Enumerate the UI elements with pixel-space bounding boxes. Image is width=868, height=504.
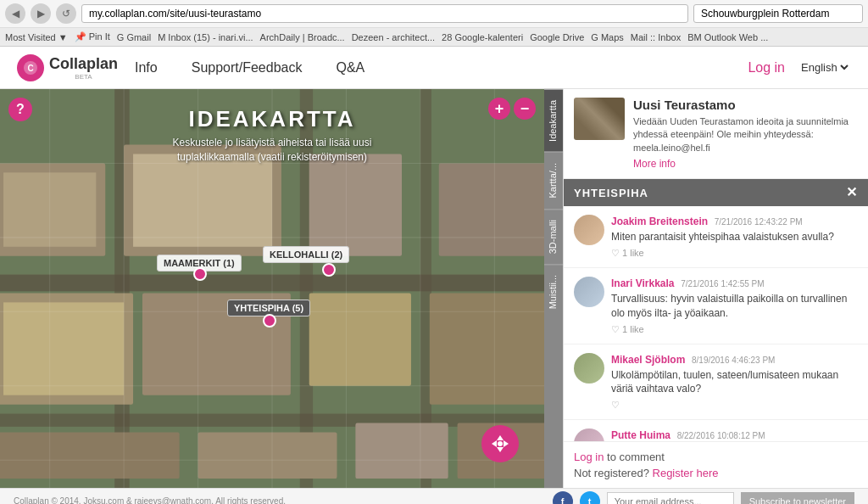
- comment-text: Ulkolämpötilan, tuulen, sateen/lumisatee…: [611, 368, 858, 397]
- bookmark-gmail[interactable]: G Gmail: [117, 32, 151, 42]
- comment-item: Inari Virkkala 7/21/2016 1:42:55 PM Turv…: [564, 268, 868, 344]
- svg-rect-13: [439, 163, 544, 255]
- facebook-icon[interactable]: f: [553, 491, 573, 505]
- content-area: IDEAKARTTA Keskustele jo lisätyistä aihe…: [0, 89, 868, 488]
- bookmark-outlook[interactable]: BM Outlook Web ...: [687, 32, 768, 42]
- comment-item: Mikael Sjöblom 8/19/2016 4:46:23 PM Ulko…: [564, 344, 868, 421]
- browser-chrome: ◀ ▶ ↺ Most Visited ▼ 📌 Pin It G Gmail M …: [0, 0, 868, 47]
- back-button[interactable]: ◀: [5, 3, 25, 24]
- comment-date: 7/21/2016 1:42:55 PM: [681, 279, 764, 288]
- comment-text: Turvallisuus: hyvin valaistuilla paikoil…: [611, 292, 858, 321]
- tab-3d-malli[interactable]: 3D-malli: [544, 209, 563, 264]
- comment-date: 8/19/2016 4:46:23 PM: [692, 356, 775, 365]
- bookmark-inbox[interactable]: M Inbox (15) - inari.vi...: [158, 32, 253, 42]
- tab-ideakartta[interactable]: Ideakartta: [544, 89, 563, 152]
- site-description: Viedään Uuden Teurastamon ideoita ja suu…: [633, 115, 858, 154]
- login-link[interactable]: Log in: [748, 60, 785, 76]
- bookmark-most-visited[interactable]: Most Visited ▼: [5, 32, 68, 42]
- lang-select[interactable]: English Suomi: [798, 60, 851, 75]
- site-thumbnail: [574, 98, 625, 140]
- comment-like[interactable]: ♡ 1 like: [611, 324, 858, 335]
- bookmarks-bar: Most Visited ▼ 📌 Pin It G Gmail M Inbox …: [0, 27, 868, 46]
- bookmark-pinit[interactable]: 📌 Pin It: [75, 31, 110, 42]
- nav-info[interactable]: Info: [135, 60, 158, 76]
- svg-rect-11: [133, 154, 272, 247]
- login-to-comment: Log in to comment: [574, 451, 858, 463]
- site-title: Uusi Teurastamo: [633, 98, 858, 112]
- comment-body: Joakim Breitenstein 7/21/2016 12:43:22 P…: [611, 215, 858, 259]
- address-bar[interactable]: [81, 4, 688, 23]
- main-nav: C Collaplan BETA Info Support/Feedback Q…: [0, 47, 868, 89]
- login-link-comment[interactable]: Log in: [574, 451, 604, 463]
- avatar: [574, 353, 604, 384]
- svg-rect-18: [430, 293, 544, 404]
- zoom-out-button[interactable]: −: [514, 98, 536, 120]
- map-pin-kellohalli[interactable]: [322, 263, 336, 277]
- map-container[interactable]: IDEAKARTTA Keskustele jo lisätyistä aihe…: [0, 89, 544, 488]
- map-pin-yhteispiha[interactable]: [263, 314, 276, 328]
- svg-marker-39: [504, 440, 509, 447]
- svg-rect-19: [0, 432, 180, 479]
- more-info-link[interactable]: More info: [633, 158, 858, 170]
- forward-button[interactable]: ▶: [31, 3, 51, 24]
- logo-icon: C: [17, 54, 44, 81]
- svg-rect-17: [309, 293, 411, 385]
- svg-marker-36: [497, 435, 504, 440]
- newsletter-email-input[interactable]: [607, 492, 734, 505]
- map-pin-maamerkit[interactable]: [193, 267, 207, 281]
- map-subtitle: Keskustele jo lisätyistä aiheista tai li…: [153, 136, 391, 165]
- close-button[interactable]: ✕: [846, 186, 858, 199]
- bookmark-google-drive[interactable]: Google Drive: [530, 32, 584, 42]
- svg-rect-12: [309, 154, 402, 256]
- logo-area: C Collaplan BETA: [17, 54, 118, 81]
- tab-kartta[interactable]: Kartta/...: [544, 152, 563, 209]
- nav-links: Info Support/Feedback Q&A: [135, 60, 748, 76]
- search-bar[interactable]: [693, 4, 863, 23]
- tab-muistii[interactable]: Muistii...: [544, 264, 563, 319]
- comment-like[interactable]: ♡ 1 like: [611, 248, 858, 259]
- footer-actions: Log in to comment Not registered? Regist…: [564, 441, 868, 488]
- twitter-icon[interactable]: t: [580, 491, 600, 505]
- comment-author[interactable]: Joakim Breitenstein: [611, 216, 708, 227]
- register-prompt: Not registered? Register here: [574, 467, 858, 479]
- comment-date: 7/21/2016 12:43:22 PM: [715, 217, 803, 227]
- comments-panel-title: YHTEISPIHA: [574, 187, 648, 199]
- comment-date: 8/22/2016 10:08:12 PM: [677, 431, 765, 440]
- comments-panel: YHTEISPIHA ✕ Joakim Breitenstein 7/21/20…: [564, 179, 868, 441]
- zoom-in-button[interactable]: +: [488, 98, 510, 120]
- bookmark-google-cal[interactable]: 28 Google-kalenteri: [442, 32, 523, 42]
- newsletter-subscribe-button[interactable]: Subscribe to newsletter: [741, 492, 854, 505]
- svg-point-40: [498, 441, 503, 446]
- comment-body: Putte Huima 8/22/2016 10:08:12 PM tree-l…: [611, 428, 858, 441]
- map-title: IDEAKARTTA: [188, 106, 355, 132]
- comment-author[interactable]: Putte Huima: [611, 429, 670, 441]
- comment-author[interactable]: Mikael Sjöblom: [611, 354, 685, 366]
- nav-qa[interactable]: Q&A: [336, 60, 364, 76]
- map-label-kellohalli[interactable]: KELLOHALLI (2): [263, 246, 349, 263]
- svg-marker-38: [492, 440, 497, 447]
- bookmark-mail[interactable]: Mail :: Inbox: [631, 32, 681, 42]
- bookmark-gmaps[interactable]: G Maps: [591, 32, 624, 42]
- comments-header: YHTEISPIHA ✕: [564, 179, 868, 206]
- comment-like[interactable]: ♡: [611, 400, 858, 411]
- comment-item: Joakim Breitenstein 7/21/2016 12:43:22 P…: [564, 206, 868, 268]
- nav-right: Log in English Suomi: [748, 60, 851, 76]
- svg-rect-20: [198, 432, 337, 479]
- comment-author[interactable]: Inari Virkkala: [611, 277, 675, 289]
- help-button[interactable]: ?: [8, 98, 32, 121]
- svg-rect-21: [355, 423, 448, 479]
- side-tabs: Ideakartta Kartta/... 3D-malli Muistii..…: [544, 89, 563, 488]
- bookmark-dezeen[interactable]: Dezeen - architect...: [352, 32, 435, 42]
- svg-marker-37: [497, 447, 504, 452]
- right-panel: Uusi Teurastamo Viedään Uuden Teurastamo…: [563, 89, 868, 488]
- site-details: Uusi Teurastamo Viedään Uuden Teurastamo…: [633, 98, 858, 170]
- refresh-button[interactable]: ↺: [56, 3, 76, 24]
- comment-body: Inari Virkkala 7/21/2016 1:42:55 PM Turv…: [611, 277, 858, 335]
- avatar: [574, 277, 604, 307]
- pan-control[interactable]: [481, 425, 519, 462]
- nav-support[interactable]: Support/Feedback: [192, 60, 303, 76]
- bookmark-archdaily[interactable]: ArchDaily | Broadc...: [260, 32, 345, 42]
- footer-right: f t Subscribe to newsletter: [553, 491, 854, 505]
- avatar: [574, 428, 604, 441]
- register-link[interactable]: Register here: [653, 467, 719, 479]
